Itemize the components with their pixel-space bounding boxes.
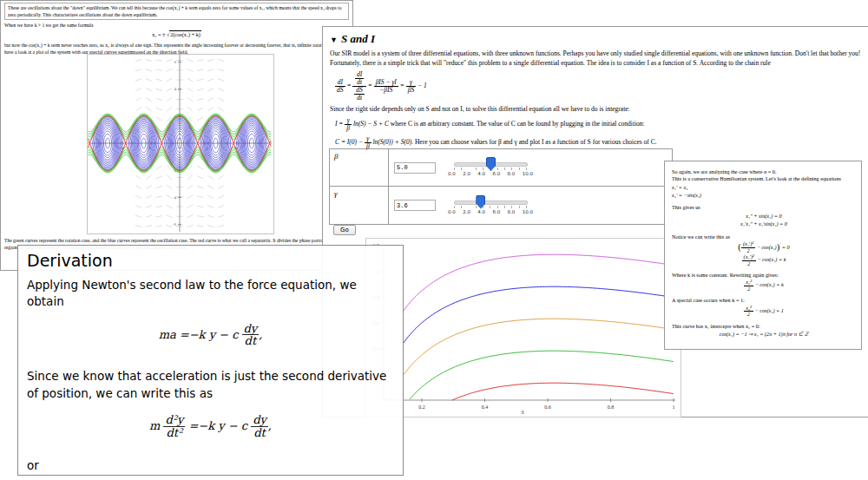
derivation-eq-2: m d²ydt² =−k y − c dydt, [27, 414, 394, 438]
ham-eq-6: x₂²2 − cos(x₁) = 1 [672, 306, 856, 318]
slider-tick-label: 8.0 [508, 171, 516, 178]
si-equation-integral: I = γβ ln(S) − S + C where C is an arbit… [335, 117, 864, 132]
ham-eq-2a: x₁″ + sin(x₁) = 0 [672, 213, 856, 220]
slider-tick-label: 10.0 [523, 171, 533, 178]
svg-text:-4: -4 [173, 195, 176, 200]
beta-slider-ticklabels: 0.02.04.06.08.010.0 [448, 171, 533, 178]
slider-tick-label: 4.0 [477, 171, 485, 178]
formula-lhs: x₂ = ± [152, 31, 167, 37]
interact-panel: β 0.02.04.06.08.010.0 γ 0.02.04. [329, 148, 673, 225]
svg-text:6: 6 [174, 60, 177, 64]
slider-tick-label: 0.0 [448, 171, 456, 178]
si-plot-svg: 0.20.40.60.810.20.40.60.81.01.2S [366, 239, 679, 415]
interact-row-beta: β 0.02.04.06.08.010.0 [330, 149, 672, 187]
svg-text:4: 4 [174, 87, 177, 91]
ham-eq-3: ((x₁′)²2 − cos(x₁))′ = 0 [672, 241, 856, 253]
ham-eq-7: cos(x₁) = −1 ⇒ x₁ = (2n + 1)π for n ∈ ℤ [672, 331, 856, 338]
gamma-slider-tickmarks [454, 206, 527, 208]
gamma-slider[interactable]: 0.02.04.06.08.010.0 [450, 193, 532, 219]
pendulum-paragraph-2: When we have k > 1 we get the same formu… [4, 22, 349, 29]
svg-text:S: S [521, 409, 524, 415]
window-pendulum: These are oscillations about the "down" … [0, 0, 353, 271]
si-title: S and I [341, 32, 375, 45]
derivation-eq-1: ma =−k y − c dydt, [27, 323, 394, 347]
interact-row-gamma: γ 0.02.04.06.08.010.0 [330, 187, 672, 224]
si-header: ▼S and I [330, 31, 864, 47]
phase-portrait-svg: -10-5510-6-4-2246 [88, 55, 272, 232]
slider-tick-label: 6.0 [492, 171, 500, 178]
slider-tick-label: 4.0 [477, 209, 485, 216]
phase-plot-box: -10-5510-6-4-2246 [87, 54, 274, 234]
slider-tick-label: 6.0 [492, 209, 500, 216]
beta-input[interactable] [394, 162, 436, 174]
gamma-slider-track[interactable] [454, 201, 528, 205]
ham-line-3: This gives us [672, 204, 856, 211]
slider-tick-label: 2.0 [463, 171, 470, 178]
beta-label: β [330, 149, 389, 186]
pendulum-paragraph-1: These are oscillations about the "down" … [4, 3, 349, 20]
formula-radicand: 2(cos(x₁) + k) [169, 30, 201, 37]
slider-tick-label: 2.0 [463, 209, 470, 216]
gamma-input[interactable] [394, 200, 436, 211]
svg-text:-6: -6 [173, 222, 176, 227]
si-paragraph-1: Our SIR model is a system of three diffe… [330, 49, 865, 68]
ham-line-5: Where k is some constant. Rewriting agai… [672, 272, 856, 279]
ham-eq-system-2: x₂′ = −sin(x₁) [672, 192, 856, 199]
gamma-label: γ [330, 187, 389, 224]
ham-line-7: This curve has x₁ intercepts when x₂ = 0… [672, 323, 856, 330]
beta-slider[interactable]: 0.02.04.06.08.010.0 [450, 155, 532, 181]
ham-line-2: This is a conservative Hamiltonian syste… [672, 175, 856, 182]
pendulum-formula: x₂ = ± √2(cos(x₁) + k) [1, 31, 352, 39]
ham-eq-5: x₂²2 − cos(x₁) = k [672, 279, 856, 292]
ham-line-4: Notice we can write this as [672, 233, 856, 240]
si-plot-box: 0.20.40.60.810.20.40.60.81.01.2S [365, 238, 681, 418]
slider-tick-label: 10.0 [523, 209, 533, 216]
ham-line-1: So again, we are analyzing the case wher… [672, 168, 856, 175]
derivation-paragraph-3: or [27, 457, 394, 475]
ham-line-6: A special case occurs when k = 1: [672, 297, 856, 304]
si-paragraph-2: Since the right side depends only on S a… [330, 105, 864, 115]
derivation-paragraph-2: Since we know that acceleration is just … [27, 368, 394, 402]
window-derivation: Derivation Applying Newton's second law … [17, 245, 404, 476]
window-hamiltonian: So again, we are analyzing the case wher… [664, 161, 862, 350]
derivation-title: Derivation [27, 249, 394, 273]
svg-text:0.6: 0.6 [544, 404, 551, 410]
svg-text:0.4: 0.4 [482, 404, 489, 410]
svg-text:0.8: 0.8 [608, 404, 615, 410]
slider-tick-label: 8.0 [508, 209, 516, 216]
svg-text:0.2: 0.2 [418, 404, 425, 410]
slider-tick-label: 0.0 [448, 209, 456, 216]
collapse-triangle-icon[interactable]: ▼ [330, 36, 338, 44]
ham-eq-2b: x₁′x₁″ + x₁′sin(x₁) = 0 [672, 220, 856, 227]
svg-text:1: 1 [673, 404, 675, 410]
derivation-paragraph-1: Applying Newton's second law to the forc… [27, 277, 394, 311]
si-equation-chain: dIdS = dIdtdSdt = βIS − γI−βIS = γβS − 1 [335, 71, 864, 102]
ham-eq-4: (x₁′)²2 − cos(x₁) = k [672, 254, 856, 266]
gamma-slider-ticklabels: 0.02.04.06.08.010.0 [448, 209, 533, 216]
go-button[interactable]: Go [333, 225, 356, 235]
ham-eq-system-1: x₁′ = x₂ [672, 184, 856, 191]
